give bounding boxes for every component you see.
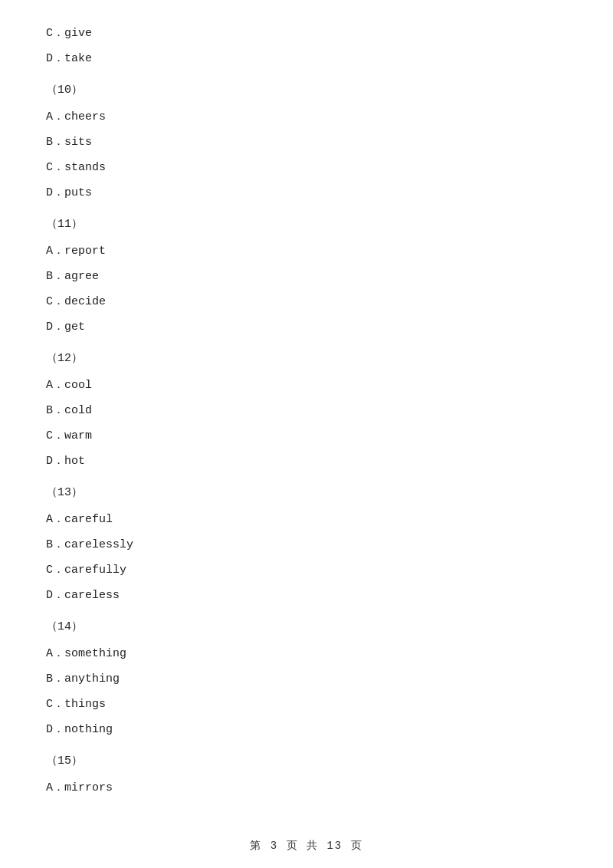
list-item-c-warm: C．warm [46, 426, 567, 446]
list-item-q11: （11） [46, 214, 567, 235]
list-item-d-puts: D．puts [46, 182, 567, 203]
footer-text: 第 3 页 共 13 页 [250, 840, 362, 852]
list-item-d-take: D．take [46, 48, 567, 69]
list-item-b-agree: B．agree [46, 266, 567, 287]
list-item-b-carelessly: B．carelessly [46, 534, 567, 555]
list-item-a-cool: A．cool [46, 375, 567, 396]
list-item-c-carefully: C．carefully [46, 560, 567, 580]
list-item-c-give: C．give [46, 23, 567, 44]
list-item-d-get: D．get [46, 317, 567, 337]
list-item-d-hot: D．hot [46, 451, 567, 472]
list-item-q13: （13） [46, 482, 567, 503]
list-item-c-things: C．things [46, 694, 567, 715]
list-item-b-cold: B．cold [46, 400, 567, 421]
list-item-c-decide: C．decide [46, 291, 567, 312]
list-item-d-nothing: D．nothing [46, 719, 567, 740]
page-content: C．giveD．take（10）A．cheersB．sitsC．standsD．… [0, 0, 613, 849]
list-item-a-mirrors: A．mirrors [46, 778, 567, 798]
list-item-d-careless: D．careless [46, 585, 567, 606]
list-item-b-anything: B．anything [46, 669, 567, 689]
list-item-c-stands: C．stands [46, 157, 567, 178]
list-item-b-sits: B．sits [46, 132, 567, 153]
list-item-a-report: A．report [46, 241, 567, 261]
list-item-q15: （15） [46, 751, 567, 771]
page-footer: 第 3 页 共 13 页 [0, 839, 613, 853]
list-item-q14: （14） [46, 616, 567, 637]
list-item-a-careful: A．careful [46, 509, 567, 530]
list-item-q10: （10） [46, 80, 567, 100]
list-item-a-something: A．something [46, 643, 567, 664]
list-item-a-cheers: A．cheers [46, 107, 567, 127]
list-item-q12: （12） [46, 348, 567, 369]
